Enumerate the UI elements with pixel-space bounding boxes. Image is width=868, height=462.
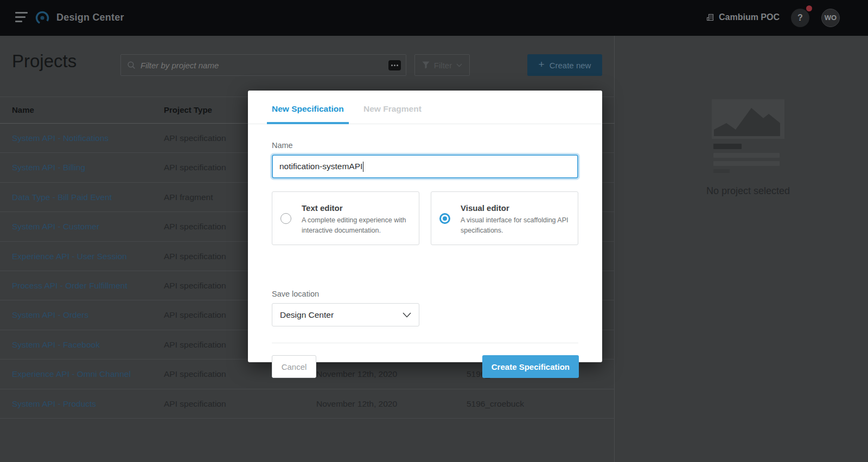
plus-icon: + (539, 59, 545, 70)
spec-name-input[interactable]: notification-systemAPI (272, 155, 578, 178)
avatar[interactable]: WO (821, 9, 840, 27)
text-editor-description: A complete editing experience with inter… (302, 215, 410, 236)
visual-editor-option[interactable]: Visual editor A visual interface for sca… (431, 191, 578, 245)
placeholder-bar (713, 161, 780, 166)
org-switcher[interactable]: Cambium POC (706, 12, 780, 22)
text-cursor (363, 162, 363, 172)
org-name: Cambium POC (719, 12, 780, 22)
col-header-name: Name (12, 105, 34, 114)
filter-button[interactable]: Filter (414, 54, 470, 76)
project-link[interactable]: Data Type - Bill Paid Event (12, 183, 112, 212)
ellipsis-badge-icon[interactable] (388, 60, 401, 70)
save-location-value: Design Center (280, 310, 334, 320)
search-icon (127, 61, 136, 70)
create-specification-button[interactable]: Create Specification (482, 355, 579, 378)
page-title: Projects (12, 51, 76, 72)
project-link[interactable]: System API - Notifications (12, 124, 108, 153)
visual-editor-title: Visual editor (461, 203, 509, 213)
dialog-tabs: New Specification New Fragment (248, 91, 602, 124)
app-title: Design Center (56, 12, 124, 23)
save-location-dropdown[interactable]: Design Center (272, 303, 419, 326)
project-link[interactable]: System API - Customer (12, 212, 99, 241)
tab-new-specification[interactable]: New Specification (267, 91, 349, 124)
placeholder-bar (713, 144, 742, 149)
project-link[interactable]: Experience API - User Session (12, 242, 127, 271)
text-editor-title: Text editor (302, 203, 343, 213)
text-editor-option[interactable]: Text editor A complete editing experienc… (272, 191, 419, 245)
visual-editor-description: A visual interface for scaffolding API s… (461, 215, 569, 236)
new-specification-dialog: New Specification New Fragment Name noti… (248, 91, 602, 362)
radio-selected-icon[interactable] (439, 213, 450, 224)
chevron-down-icon (456, 63, 462, 67)
col-header-type: Project Type (164, 105, 212, 114)
chevron-down-icon (403, 312, 411, 318)
search-input[interactable] (141, 55, 379, 75)
building-icon (706, 13, 714, 22)
project-link[interactable]: System API - Billing (12, 153, 85, 182)
placeholder-bar (713, 153, 780, 158)
project-link[interactable]: Process API - Order Fulfillment (12, 271, 127, 300)
design-center-logo-icon (35, 10, 50, 25)
project-search-box (120, 54, 406, 76)
name-field-label: Name (272, 141, 293, 150)
project-link[interactable]: System API - Facebook (12, 330, 100, 360)
spec-name-value: notification-systemAPI (279, 162, 362, 171)
empty-state-text: No project selected (678, 185, 819, 197)
cancel-button[interactable]: Cancel (272, 355, 316, 378)
table-row[interactable]: System API - Products API specification … (0, 389, 615, 419)
footer-divider (272, 343, 578, 343)
filter-label: Filter (434, 61, 452, 70)
placeholder-chart-image (712, 99, 784, 139)
create-new-label: Create new (550, 61, 591, 70)
radio-unselected-icon[interactable] (280, 213, 291, 224)
placeholder-bar (713, 169, 730, 173)
notification-dot (806, 5, 812, 11)
project-link[interactable]: System API - Products (12, 389, 96, 419)
top-nav-bar: Design Center Cambium POC ? WO (0, 0, 868, 36)
project-detail-panel: No project selected (615, 36, 868, 462)
project-link[interactable]: Experience API - Omni Channel (12, 360, 131, 389)
hamburger-menu-icon[interactable] (15, 12, 29, 24)
save-location-label: Save location (272, 290, 319, 298)
tab-new-fragment[interactable]: New Fragment (359, 91, 426, 124)
create-new-button[interactable]: + Create new (527, 54, 602, 76)
help-button[interactable]: ? (791, 9, 809, 27)
project-link[interactable]: System API - Orders (12, 300, 88, 330)
funnel-icon (422, 61, 430, 69)
